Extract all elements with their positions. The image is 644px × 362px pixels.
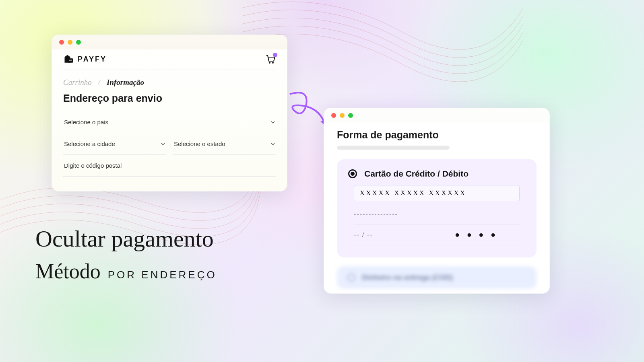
breadcrumb-cart[interactable]: Carrinho (63, 78, 92, 87)
minimize-icon[interactable] (68, 40, 72, 45)
marketing-headline: Ocultar pagamento Método por endereço (35, 225, 217, 283)
card-name-input[interactable]: --------------- (354, 204, 520, 224)
payment-method-hidden: Dinheiro na entrega (COD) (337, 266, 537, 289)
maximize-icon[interactable] (348, 113, 353, 118)
payment-section-title: Forma de pagamento (337, 129, 537, 141)
chevron-down-icon (161, 143, 165, 145)
state-placeholder: Selecione o estado (174, 140, 225, 147)
card-number-input[interactable]: XXXXX XXXXX XXXXXX (354, 185, 520, 201)
headline-line2b: por endereço (108, 269, 217, 281)
maximize-icon[interactable] (76, 40, 81, 45)
breadcrumb-info[interactable]: Informação (107, 78, 144, 87)
city-select[interactable]: Selecione a cidade (63, 133, 166, 155)
close-icon[interactable] (331, 113, 336, 118)
cart-badge (273, 53, 277, 57)
headline-line1: Ocultar pagamento (35, 225, 217, 252)
country-placeholder: Selecione o pais (64, 119, 108, 125)
progress-skeleton (337, 146, 450, 150)
window-titlebar (324, 108, 549, 123)
postal-input[interactable]: Digite o código postal (63, 155, 276, 177)
card-cvv-input[interactable]: ● ● ● ● (419, 224, 520, 245)
brand-icon (63, 53, 74, 65)
card-expiry-input[interactable]: -- / -- (354, 224, 419, 245)
window-titlebar (52, 35, 287, 49)
breadcrumb: Carrinho / Informação (63, 78, 276, 87)
hidden-method-label: Dinheiro na entrega (COD) (362, 274, 453, 282)
payment-window: Forma de pagamento Cartão de Crédito / D… (324, 108, 550, 294)
radio-unselected-icon (347, 274, 355, 282)
headline-line2a: Método (35, 259, 101, 283)
postal-placeholder: Digite o código postal (64, 162, 122, 169)
cart-button[interactable] (265, 54, 276, 64)
state-select[interactable]: Selecione o estado (173, 133, 276, 155)
brand-name: PAYFY (78, 55, 107, 64)
radio-selected-icon[interactable] (348, 169, 357, 178)
svg-point-2 (269, 62, 270, 64)
city-placeholder: Selecione a cidade (64, 140, 115, 147)
brand-logo: PAYFY (63, 53, 107, 65)
chevron-down-icon (271, 121, 275, 123)
country-select[interactable]: Selecione o pais (63, 111, 276, 133)
svg-point-3 (272, 62, 274, 64)
address-window: PAYFY Carrinho / Informação Endereço par… (52, 35, 287, 191)
address-section-title: Endereço para envio (63, 93, 276, 104)
minimize-icon[interactable] (340, 113, 345, 118)
close-icon[interactable] (59, 40, 64, 45)
payment-method-label: Cartão de Crédito / Débito (364, 169, 469, 179)
svg-rect-1 (69, 60, 72, 61)
chevron-down-icon (271, 143, 275, 145)
payment-method-card[interactable]: Cartão de Crédito / Débito XXXXX XXXXX X… (337, 159, 537, 257)
breadcrumb-separator: / (98, 78, 100, 87)
